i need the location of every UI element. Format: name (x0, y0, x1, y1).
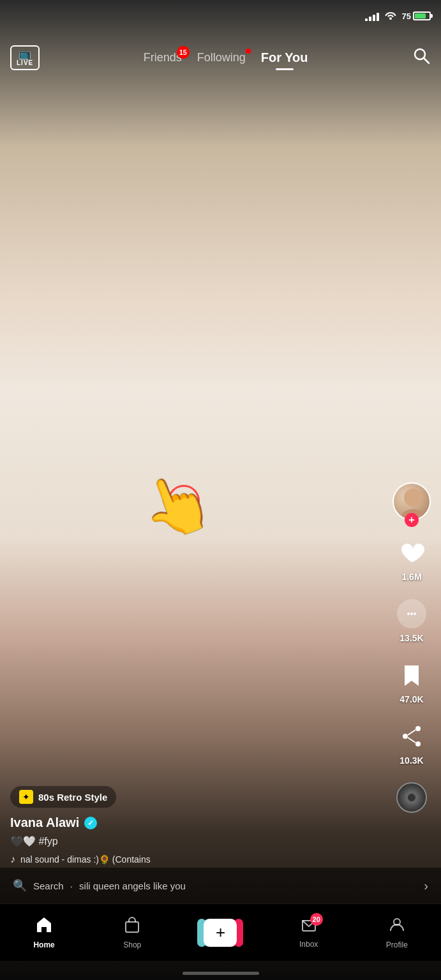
nav-tabs: Friends 15 Following For You (40, 50, 412, 65)
bottom-navigation: Home Shop + 20 Inbox (0, 903, 441, 961)
search-prefix: Search (33, 880, 64, 891)
battery-icon: 75 (402, 11, 431, 21)
bookmark-action[interactable]: 47.0K (395, 658, 428, 704)
svg-point-4 (407, 612, 410, 615)
nav-home[interactable]: Home (25, 916, 63, 949)
status-bar: 75 (0, 0, 441, 32)
wifi-icon (384, 10, 397, 23)
video-caption-area: ✦ 80s Retro Style Ivana Alawi ✓ 🖤🤍 #fyp … (10, 786, 390, 865)
creator-avatar-container[interactable]: + (392, 482, 431, 521)
for-you-label: For You (261, 50, 308, 64)
follow-button[interactable]: + (405, 513, 419, 527)
search-bar[interactable]: 🔍 Search · sili queen angels like you › (0, 868, 441, 903)
search-query: sili queen angels like you (79, 880, 186, 891)
caption: 🖤🤍 #fyp (10, 835, 390, 847)
like-count: 1.6M (401, 572, 421, 582)
svg-line-10 (408, 730, 415, 735)
svg-point-5 (410, 612, 413, 615)
tab-for-you[interactable]: For You (261, 50, 308, 65)
nav-shop[interactable]: Shop (113, 916, 151, 949)
search-bar-text: Search · sili queen angels like you (33, 880, 424, 891)
nav-inbox[interactable]: 20 Inbox (290, 917, 328, 949)
plus-icon: + (204, 919, 237, 947)
share-icon (395, 720, 428, 753)
tv-icon: 📺 (19, 49, 31, 59)
bookmark-icon (395, 658, 428, 692)
tab-following[interactable]: Following (197, 51, 246, 64)
comment-icon (395, 597, 428, 630)
svg-line-1 (424, 58, 429, 63)
battery-level: 75 (402, 11, 411, 21)
following-label: Following (197, 51, 246, 64)
home-label: Home (33, 940, 54, 949)
comment-action[interactable]: 13.5K (395, 597, 428, 643)
heart-icon (395, 536, 428, 569)
effect-tag[interactable]: ✦ 80s Retro Style (10, 786, 116, 808)
nav-create[interactable]: + (201, 919, 239, 947)
username[interactable]: Ivana Alawi (10, 815, 79, 830)
search-separator: · (70, 880, 73, 891)
like-action[interactable]: 1.6M (395, 536, 428, 582)
search-button[interactable] (412, 46, 431, 70)
svg-point-8 (403, 734, 408, 739)
tab-friends[interactable]: Friends 15 (144, 51, 182, 64)
inbox-badge: 20 (310, 913, 323, 926)
svg-point-9 (415, 741, 421, 746)
nav-profile[interactable]: Profile (378, 916, 416, 949)
svg-point-7 (415, 726, 421, 731)
action-sidebar: + 1.6M 13.5K 47.0 (392, 482, 431, 814)
music-note-icon: ♪ (10, 854, 15, 865)
create-button[interactable]: + (201, 919, 239, 947)
username-row: Ivana Alawi ✓ (10, 815, 390, 830)
friends-label: Friends (144, 51, 182, 64)
sound-row[interactable]: ♪ nal sound - dimas :)🌻 (Contains (10, 854, 390, 865)
following-dot (246, 48, 251, 54)
svg-line-11 (408, 738, 415, 743)
music-action[interactable] (395, 781, 428, 814)
svg-rect-12 (126, 922, 138, 932)
search-magnify-icon: 🔍 (13, 879, 27, 893)
effect-label: 80s Retro Style (38, 792, 107, 803)
top-navigation: 📺 LIVE Friends 15 Following For You (0, 32, 441, 83)
share-action[interactable]: 10.3K (395, 720, 428, 766)
effect-icon: ✦ (19, 790, 33, 804)
svg-point-6 (414, 612, 416, 615)
inbox-icon-container: 20 (300, 917, 318, 937)
inbox-label: Inbox (299, 940, 318, 949)
friends-badge: 15 (177, 46, 190, 59)
share-count: 10.3K (400, 755, 423, 766)
svg-point-2 (404, 489, 422, 507)
chevron-right-icon: › (424, 879, 428, 893)
bookmark-count: 47.0K (400, 694, 423, 704)
verified-badge: ✓ (84, 817, 97, 829)
sound-label: nal sound - dimas :)🌻 (Contains (20, 854, 151, 865)
profile-icon (388, 916, 406, 938)
shop-icon (123, 916, 141, 938)
home-indicator (183, 972, 259, 975)
live-button[interactable]: 📺 LIVE (10, 45, 40, 70)
shop-label: Shop (123, 940, 141, 949)
signal-icon (365, 11, 379, 21)
music-disc-icon (395, 781, 428, 814)
profile-label: Profile (386, 940, 408, 949)
live-label: LIVE (17, 59, 33, 66)
home-icon (35, 916, 53, 938)
comment-count: 13.5K (400, 633, 423, 643)
